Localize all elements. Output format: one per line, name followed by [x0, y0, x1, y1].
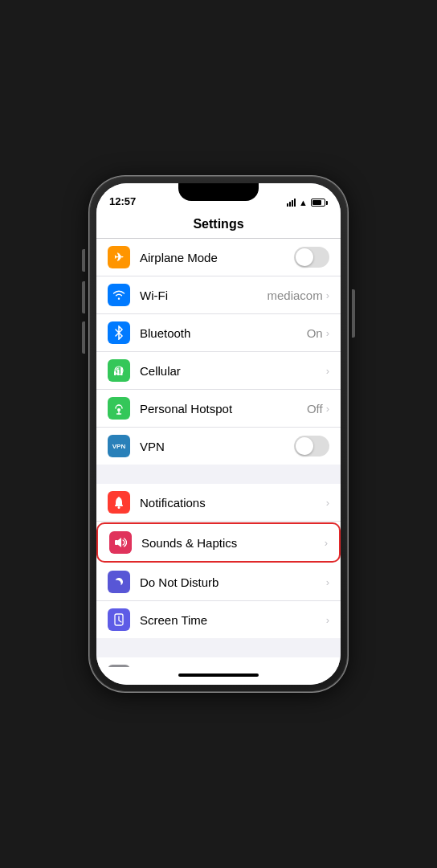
nav-header: Settings [96, 212, 341, 239]
row-donotdisturb[interactable]: Do Not Disturb › [96, 563, 341, 601]
row-bluetooth[interactable]: Bluetooth On › [96, 314, 341, 352]
page-title: Settings [193, 217, 243, 231]
status-bar: 12:57 ▲ [96, 183, 341, 212]
hotspot-chevron: › [326, 403, 329, 415]
section-notifications: Notifications › [96, 484, 341, 638]
hotspot-value: Off [307, 402, 323, 416]
battery-icon [311, 199, 328, 207]
airplane-mode-label: Airplane Mode [140, 251, 294, 264]
volume-down-button[interactable] [82, 321, 85, 354]
svg-rect-7 [115, 540, 118, 545]
notch [178, 183, 259, 201]
cellular-chevron: › [326, 365, 329, 377]
vpn-icon: VPN [108, 435, 130, 457]
hotspot-label: Personal Hotspot [140, 402, 307, 416]
screentime-label: Screen Time [140, 613, 326, 627]
row-hotspot[interactable]: Personal Hotspot Off › [96, 390, 341, 428]
list-group-notifications: Notifications › [96, 484, 341, 638]
list-group-general: General › [96, 657, 341, 667]
section-gap-1 [96, 465, 341, 484]
screentime-icon [108, 608, 130, 631]
settings-list[interactable]: ✈ Airplane Mode [96, 239, 341, 667]
donotdisturb-icon [108, 571, 130, 593]
wifi-value: mediacom [267, 289, 322, 302]
row-notifications[interactable]: Notifications › [96, 484, 341, 522]
signal-icon [287, 199, 296, 207]
notifications-chevron: › [326, 497, 329, 509]
donotdisturb-chevron: › [326, 576, 329, 588]
row-vpn[interactable]: VPN VPN [96, 428, 341, 465]
cellular-label: Cellular [140, 364, 326, 378]
row-airplane-mode[interactable]: ✈ Airplane Mode [96, 239, 341, 276]
status-time: 12:57 [109, 195, 136, 207]
volume-up-button[interactable] [82, 281, 85, 313]
wifi-status-icon: ▲ [299, 198, 308, 207]
wifi-chevron: › [326, 289, 329, 301]
sounds-chevron: › [325, 537, 328, 549]
phone-frame: 12:57 ▲ [90, 177, 347, 691]
airplane-mode-icon: ✈ [108, 246, 130, 268]
bluetooth-label: Bluetooth [140, 326, 307, 340]
section-network: ✈ Airplane Mode [96, 239, 341, 465]
vpn-toggle[interactable] [294, 436, 329, 457]
cellular-icon [108, 359, 130, 382]
phone-screen: 12:57 ▲ [96, 183, 341, 685]
hotspot-icon [108, 397, 130, 420]
power-button[interactable] [352, 289, 355, 338]
row-general[interactable]: General › [96, 657, 341, 667]
vpn-label: VPN [140, 440, 294, 453]
general-icon [108, 665, 130, 667]
screentime-chevron: › [326, 614, 329, 626]
row-wifi[interactable]: Wi-Fi mediacom › [96, 276, 341, 314]
svg-rect-5 [115, 505, 123, 506]
wifi-label: Wi-Fi [140, 289, 267, 302]
svg-point-6 [118, 506, 120, 509]
donotdisturb-label: Do Not Disturb [140, 575, 326, 589]
bluetooth-icon [108, 321, 130, 344]
mute-button[interactable] [82, 249, 85, 272]
section-general: General › [96, 657, 341, 667]
sounds-icon [109, 531, 132, 554]
section-gap-2 [96, 638, 341, 657]
notifications-label: Notifications [140, 496, 326, 510]
row-screentime[interactable]: Screen Time › [96, 601, 341, 638]
status-icons: ▲ [287, 198, 328, 207]
home-bar[interactable] [178, 674, 259, 677]
notifications-icon [108, 491, 130, 514]
row-cellular[interactable]: Cellular › [96, 352, 341, 390]
bluetooth-chevron: › [326, 327, 329, 339]
home-indicator-area [96, 667, 341, 685]
wifi-icon [108, 284, 130, 306]
list-group-network: ✈ Airplane Mode [96, 239, 341, 465]
screen-content: 12:57 ▲ [96, 183, 341, 685]
row-sounds-haptics[interactable]: Sounds & Haptics › [96, 522, 341, 563]
airplane-mode-toggle[interactable] [294, 247, 329, 268]
sounds-label: Sounds & Haptics [141, 536, 325, 550]
bluetooth-value: On [307, 326, 323, 340]
